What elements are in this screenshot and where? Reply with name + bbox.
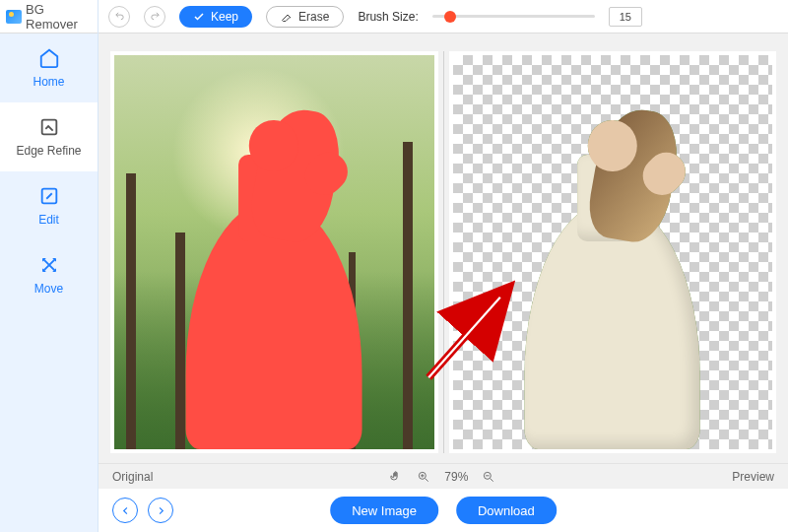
redo-icon xyxy=(150,11,161,22)
sidebar-item-label: Edge Refine xyxy=(16,144,81,158)
original-pane[interactable] xyxy=(110,51,438,453)
app-logo: BG Remover xyxy=(0,0,98,33)
sidebar-item-label: Home xyxy=(33,75,64,89)
action-bar: New Image Download xyxy=(98,489,788,532)
logo-icon xyxy=(6,10,22,24)
sidebar-item-home[interactable]: Home xyxy=(0,33,98,102)
keep-label: Keep xyxy=(211,10,238,24)
redo-button[interactable] xyxy=(144,6,165,28)
tree-trunk xyxy=(175,233,185,449)
sidebar-item-edit[interactable]: Edit xyxy=(0,171,98,240)
undo-button[interactable] xyxy=(108,6,130,28)
new-image-button[interactable]: New Image xyxy=(330,497,438,524)
chevron-right-icon xyxy=(156,505,166,516)
tree-trunk xyxy=(403,142,413,449)
next-image-button[interactable] xyxy=(148,498,173,523)
erase-button[interactable]: Erase xyxy=(266,6,344,28)
zoom-out-icon[interactable] xyxy=(482,470,495,484)
status-bar: Original 79% Preview xyxy=(98,463,788,489)
sidebar-item-edge-refine[interactable]: Edge Refine xyxy=(0,102,98,171)
prev-image-button[interactable] xyxy=(112,498,138,523)
chevron-left-icon xyxy=(120,505,131,516)
sidebar: BG Remover Home Edge Refine Edit Move xyxy=(0,0,98,532)
edge-refine-icon xyxy=(38,116,60,138)
subject-mask-overlay xyxy=(186,102,361,449)
pane-divider xyxy=(443,51,444,453)
app-title: BG Remover xyxy=(26,2,92,32)
preview-label: Preview xyxy=(732,470,774,484)
undo-icon xyxy=(114,11,125,22)
slider-track xyxy=(432,15,595,18)
tree-trunk xyxy=(126,173,136,449)
eraser-icon xyxy=(281,11,293,23)
home-icon xyxy=(38,47,60,69)
hand-icon[interactable] xyxy=(389,470,403,484)
sidebar-item-label: Move xyxy=(34,282,63,296)
slider-thumb[interactable] xyxy=(444,11,456,23)
canvas-area xyxy=(98,33,788,463)
main-area: Keep Erase Brush Size: 15 xyxy=(98,0,788,532)
keep-button[interactable]: Keep xyxy=(179,6,252,28)
subject-cutout xyxy=(525,102,700,449)
zoom-value: 79% xyxy=(444,470,468,484)
brush-size-label: Brush Size: xyxy=(358,10,418,24)
brush-size-slider[interactable] xyxy=(432,11,595,23)
original-label: Original xyxy=(112,470,153,484)
sidebar-item-label: Edit xyxy=(38,213,59,227)
toolbar: Keep Erase Brush Size: 15 xyxy=(98,0,788,33)
download-button[interactable]: Download xyxy=(456,497,557,524)
preview-pane[interactable] xyxy=(449,51,777,453)
brush-size-value[interactable]: 15 xyxy=(609,7,642,27)
edit-icon xyxy=(38,185,60,207)
zoom-in-icon[interactable] xyxy=(417,470,430,484)
sidebar-item-move[interactable]: Move xyxy=(0,240,98,309)
erase-label: Erase xyxy=(298,10,329,24)
move-icon xyxy=(38,254,60,276)
check-icon xyxy=(193,11,205,23)
